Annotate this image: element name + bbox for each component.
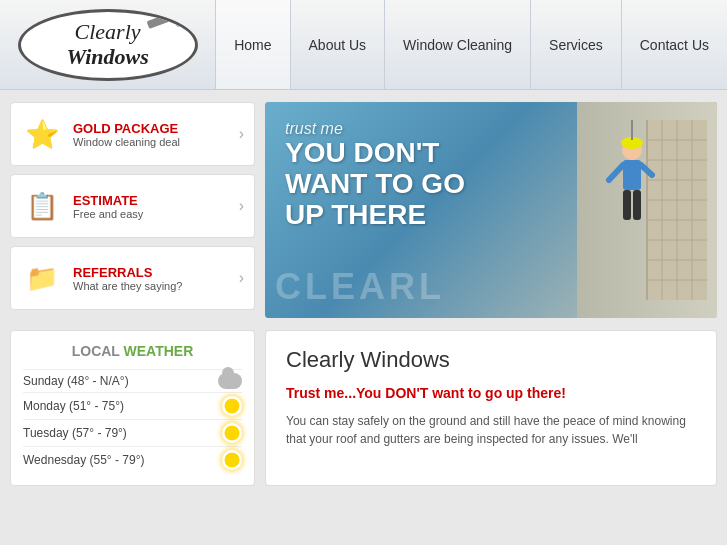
svg-rect-19: [633, 190, 641, 220]
nav-home[interactable]: Home: [215, 0, 289, 89]
promo-gold-subtitle: Window cleaning deal: [73, 136, 180, 148]
promo-gold-arrow: ›: [239, 125, 244, 143]
content-heading: Clearly Windows: [286, 347, 696, 373]
weather-local-label: LOCAL: [72, 343, 120, 359]
content-box: Clearly Windows Trust me...You DON'T wan…: [265, 330, 717, 486]
promo-referrals[interactable]: 📁 REFERRALS What are they saying? ›: [10, 246, 255, 310]
svg-rect-18: [623, 190, 631, 220]
main-nav: Home About Us Window Cleaning Services C…: [215, 0, 727, 89]
hero-trust-me: trust me: [285, 120, 465, 138]
sidebar: ⭐ GOLD PACKAGE Window cleaning deal › 📋 …: [10, 102, 255, 318]
promo-estimate[interactable]: 📋 ESTIMATE Free and easy ›: [10, 174, 255, 238]
cloud-icon-sunday: [218, 373, 242, 389]
promo-gold-text: GOLD PACKAGE Window cleaning deal: [73, 121, 180, 148]
promo-referrals-subtitle: What are they saying?: [73, 280, 182, 292]
weather-box: LOCAL WEATHER Sunday (48° - N/A°) Monday…: [10, 330, 255, 486]
content-tagline: Trust me...You DON'T want to go up there…: [286, 383, 696, 404]
promo-gold-title: GOLD PACKAGE: [73, 121, 180, 136]
worker-figure: [577, 102, 717, 318]
promo-estimate-arrow: ›: [239, 197, 244, 215]
sun-icon-monday: [222, 396, 242, 416]
hero-main-line2: WANT TO GO: [285, 169, 465, 200]
sun-icon-tuesday: [222, 423, 242, 443]
hero-main-line3: UP THERE: [285, 200, 465, 231]
bottom-section: LOCAL WEATHER Sunday (48° - N/A°) Monday…: [0, 330, 727, 498]
logo: Clearly Windows: [18, 9, 198, 81]
squeegee-icon: [146, 11, 177, 29]
nav-services[interactable]: Services: [530, 0, 621, 89]
nav-about[interactable]: About Us: [290, 0, 385, 89]
weather-wednesday-label: Wednesday (55° - 79°): [23, 453, 144, 467]
promo-referrals-title: REFERRALS: [73, 265, 182, 280]
nav-contact[interactable]: Contact Us: [621, 0, 727, 89]
promo-estimate-subtitle: Free and easy: [73, 208, 143, 220]
svg-line-16: [609, 165, 623, 180]
clipboard-icon: 📋: [21, 185, 63, 227]
promo-referrals-arrow: ›: [239, 269, 244, 287]
promo-gold[interactable]: ⭐ GOLD PACKAGE Window cleaning deal ›: [10, 102, 255, 166]
weather-tuesday-label: Tuesday (57° - 79°): [23, 426, 127, 440]
sun-icon-wednesday: [222, 450, 242, 470]
folder-icon: 📁: [21, 257, 63, 299]
weather-row-sunday: Sunday (48° - N/A°): [23, 369, 242, 392]
hero-banner: trust me YOU DON'T WANT TO GO UP THERE C…: [265, 102, 717, 318]
weather-row-tuesday: Tuesday (57° - 79°): [23, 419, 242, 446]
weather-weather-label: WEATHER: [124, 343, 194, 359]
hero-main-line1: YOU DON'T: [285, 138, 465, 169]
main-content-row: ⭐ GOLD PACKAGE Window cleaning deal › 📋 …: [0, 90, 727, 330]
weather-row-monday: Monday (51° - 75°): [23, 392, 242, 419]
hero-watermark: CLEARL: [275, 266, 445, 308]
logo-text: Clearly Windows: [66, 20, 148, 68]
hero-text: trust me YOU DON'T WANT TO GO UP THERE: [285, 120, 465, 230]
promo-referrals-text: REFERRALS What are they saying?: [73, 265, 182, 292]
site-header: Clearly Windows Home About Us Window Cle…: [0, 0, 727, 90]
weather-sunday-label: Sunday (48° - N/A°): [23, 374, 129, 388]
promo-estimate-title: ESTIMATE: [73, 193, 143, 208]
logo-area: Clearly Windows: [0, 1, 215, 89]
weather-title: LOCAL WEATHER: [23, 343, 242, 359]
promo-estimate-text: ESTIMATE Free and easy: [73, 193, 143, 220]
weather-row-wednesday: Wednesday (55° - 79°): [23, 446, 242, 473]
nav-window-cleaning[interactable]: Window Cleaning: [384, 0, 530, 89]
worker-svg: [587, 120, 707, 300]
weather-monday-label: Monday (51° - 75°): [23, 399, 124, 413]
gold-star-icon: ⭐: [21, 113, 63, 155]
content-body: You can stay safely on the ground and st…: [286, 412, 696, 448]
